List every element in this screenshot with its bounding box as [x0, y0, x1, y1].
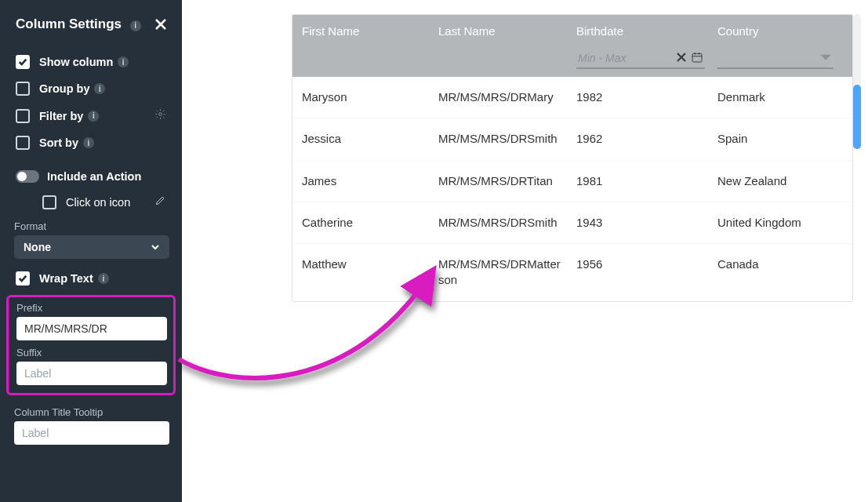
wrap-text-label: Wrap Text	[39, 272, 93, 285]
table-row[interactable]: MarysonMR/MS/MRS/DRMary1982Denmark	[292, 77, 852, 118]
suffix-input[interactable]	[16, 362, 167, 385]
svg-point-0	[159, 113, 162, 116]
table-body: MarysonMR/MS/MRS/DRMary1982DenmarkJessic…	[292, 77, 852, 301]
header-last-name[interactable]: Last Name	[432, 15, 570, 47]
wrap-text-option[interactable]: Wrap Text i	[0, 264, 182, 292]
cell-last: MR/MS/MRS/DRTitan	[432, 161, 570, 202]
gear-icon	[154, 108, 166, 120]
clear-filter-button[interactable]	[675, 51, 688, 66]
sort-by-checkbox[interactable]	[16, 136, 30, 150]
calendar-icon	[691, 51, 703, 64]
cell-last: MR/MS/MRS/DRSmith	[432, 118, 570, 159]
format-label: Format	[14, 220, 169, 232]
sort-by-option[interactable]: Sort by i	[0, 129, 182, 156]
cell-country: United Kingdom	[711, 202, 840, 243]
cell-country: Spain	[711, 118, 840, 159]
tooltip-input[interactable]	[14, 421, 169, 445]
sort-by-label: Sort by	[39, 136, 78, 149]
cell-country: Canada	[711, 244, 840, 301]
show-column-option[interactable]: Show column i	[0, 49, 182, 75]
include-action-label: Include an Action	[47, 170, 141, 183]
click-on-icon-checkbox[interactable]	[42, 195, 56, 209]
info-icon[interactable]: i	[94, 83, 105, 94]
filter-by-label: Filter by	[39, 110, 83, 122]
header-country[interactable]: Country	[711, 15, 840, 47]
country-filter[interactable]	[717, 49, 833, 69]
include-action-option[interactable]: Include an Action	[0, 163, 182, 190]
header-first-name[interactable]: First Name	[292, 15, 432, 47]
group-by-option[interactable]: Group by i	[0, 75, 182, 102]
cell-last: MR/MS/MRS/DRMary	[432, 77, 570, 118]
prefix-input[interactable]	[16, 317, 167, 340]
tooltip-label: Column Title Tooltip	[14, 406, 169, 418]
scrollbar-thumb[interactable]	[853, 85, 861, 149]
pencil-icon	[154, 195, 166, 206]
show-column-checkbox[interactable]	[16, 55, 30, 69]
close-icon	[154, 18, 167, 31]
header-birthdate[interactable]: Birthdate	[570, 15, 711, 47]
svg-rect-2	[692, 53, 702, 62]
info-icon[interactable]: i	[98, 273, 109, 284]
info-icon[interactable]: i	[83, 137, 94, 148]
suffix-label: Suffix	[16, 347, 167, 358]
calendar-button[interactable]	[691, 51, 703, 66]
filter-by-option[interactable]: Filter by i	[0, 102, 182, 129]
group-by-checkbox[interactable]	[16, 82, 30, 96]
column-settings-panel: Column Settings i Show column i Group by…	[0, 0, 182, 502]
table-header: First Name Last Name Birthdate Country M…	[292, 15, 852, 77]
table-row[interactable]: CatherineMR/MS/MRS/DRSmith1943United Kin…	[292, 202, 852, 243]
caret-down-icon	[819, 51, 832, 64]
cell-birth: 1981	[570, 161, 711, 202]
format-value: None	[24, 241, 51, 253]
cell-birth: 1962	[570, 118, 711, 159]
table-row[interactable]: JamesMR/MS/MRS/DRTitan1981New Zealand	[292, 160, 852, 202]
cell-country: Denmark	[711, 77, 840, 118]
table-row[interactable]: JessicaMR/MS/MRS/DRSmith1962Spain	[292, 118, 852, 159]
cell-birth: 1943	[570, 202, 711, 243]
cell-first: Matthew	[292, 244, 432, 301]
prefix-suffix-highlight: Prefix Suffix	[6, 295, 176, 395]
format-select[interactable]: None	[14, 235, 169, 259]
tooltip-field: Column Title Tooltip	[0, 402, 182, 449]
wrap-text-checkbox[interactable]	[16, 271, 30, 286]
include-action-toggle[interactable]	[16, 170, 39, 183]
click-on-icon-option[interactable]: Click on icon	[0, 190, 182, 216]
edit-action-button[interactable]	[154, 195, 166, 209]
cell-last: MR/MS/MRS/DRSmith	[432, 202, 570, 243]
close-button[interactable]	[152, 16, 169, 33]
panel-title: Column Settings	[16, 16, 122, 31]
group-by-label: Group by	[39, 82, 89, 95]
show-column-label: Show column	[39, 56, 113, 68]
cell-first: Jessica	[292, 118, 432, 159]
info-icon[interactable]: i	[88, 111, 99, 122]
click-on-icon-label: Click on icon	[66, 196, 130, 209]
cell-first: James	[292, 161, 432, 202]
birthdate-filter[interactable]: Min - Max	[576, 49, 705, 69]
chevron-down-icon	[151, 242, 160, 252]
filter-settings-button[interactable]	[154, 108, 166, 123]
cell-country: New Zealand	[711, 161, 840, 202]
prefix-label: Prefix	[16, 302, 167, 314]
country-filter-dropdown[interactable]	[819, 51, 832, 66]
cell-first: Catherine	[292, 202, 432, 243]
format-field: Format None	[0, 216, 182, 264]
cell-birth: 1982	[570, 77, 711, 118]
main-area: First Name Last Name Birthdate Country M…	[182, 0, 868, 502]
birthdate-filter-placeholder: Min - Max	[578, 52, 675, 64]
cell-last: MR/MS/MRS/DRMatterson	[432, 244, 570, 301]
cell-birth: 1956	[570, 244, 711, 301]
filter-by-checkbox[interactable]	[16, 109, 30, 123]
info-icon[interactable]: i	[130, 20, 141, 31]
table-row[interactable]: MatthewMR/MS/MRS/DRMatterson1956Canada	[292, 243, 852, 301]
info-icon[interactable]: i	[118, 56, 129, 67]
data-table: First Name Last Name Birthdate Country M…	[292, 14, 853, 302]
cell-first: Maryson	[292, 77, 432, 118]
